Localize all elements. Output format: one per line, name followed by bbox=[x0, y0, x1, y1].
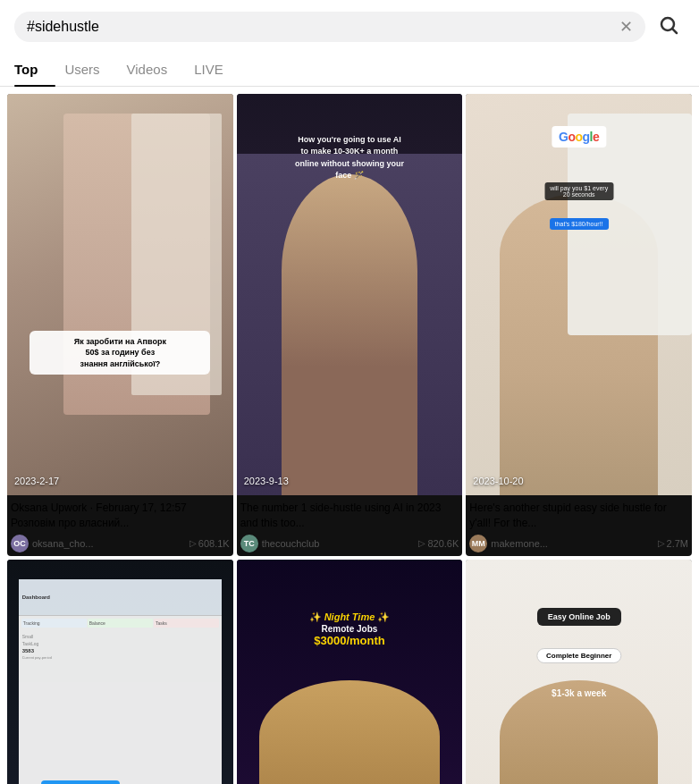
play-icon-2: ▷ bbox=[418, 538, 425, 548]
svg-line-1 bbox=[673, 30, 677, 33]
play-count-1: ▷ 608.1K bbox=[189, 538, 230, 549]
search-submit-button[interactable] bbox=[653, 9, 685, 44]
video-date-overlay-1: 2023-2-17 bbox=[7, 465, 233, 495]
username-2: thecouchclub bbox=[262, 538, 416, 549]
tab-top[interactable]: Top bbox=[14, 53, 55, 86]
video-date-overlay-3: 2023-10-20 bbox=[466, 465, 692, 495]
search-input-wrapper: ✕ bbox=[14, 12, 645, 42]
google-badge2: that's $180/hour!! bbox=[550, 218, 609, 230]
play-count-3: ▷ 2.7M bbox=[658, 538, 688, 549]
tab-users[interactable]: Users bbox=[64, 53, 117, 86]
google-logo: Google bbox=[552, 126, 606, 148]
tab-live[interactable]: LIVE bbox=[194, 53, 241, 86]
video-info-2: The number 1 side-hustle using AI in 202… bbox=[237, 495, 463, 556]
card1-text-overlay: Як заробити на Апворк50$ за годину беззн… bbox=[29, 331, 210, 375]
video-grid: Як заробити на Апворк50$ за годину беззн… bbox=[0, 87, 699, 784]
video-meta-3: MM makemone... ▷ 2.7M bbox=[469, 535, 688, 552]
username-1: oksana_cho... bbox=[32, 538, 186, 549]
avatar-1: OC bbox=[11, 535, 29, 552]
card2-text-overlay: How you're going to use AIto make 10-30K… bbox=[295, 134, 404, 182]
dollar-text-overlay: $1-3k a week bbox=[552, 688, 606, 698]
video-thumb-5: t ✨ Night Time ✨ Remote Jobs $3000/month… bbox=[237, 560, 463, 784]
video-title-1: Oksana Upwork · February 17, 12:57 Розпо… bbox=[11, 501, 230, 531]
video-meta-2: TC thecouchclub ▷ 820.6K bbox=[240, 535, 459, 552]
google-badge1: will pay you $1 every20 seconds bbox=[544, 182, 613, 200]
play-count-2: ▷ 820.6K bbox=[418, 538, 459, 549]
tabs-bar: Top Users Videos LIVE bbox=[0, 53, 699, 87]
wfh-badge: WFH Side Hustle bbox=[41, 780, 120, 784]
search-icon bbox=[658, 14, 679, 36]
tab-videos[interactable]: Videos bbox=[127, 53, 186, 86]
video-thumb-1: Як заробити на Апворк50$ за годину беззн… bbox=[7, 94, 233, 495]
play-icon-1: ▷ bbox=[189, 538, 197, 548]
video-thumb-2: How you're going to use AIto make 10-30K… bbox=[237, 94, 463, 495]
video-info-3: Here's another stupid easy side hustle f… bbox=[466, 495, 692, 556]
video-info-1: Oksana Upwork · February 17, 12:57 Розпо… bbox=[7, 495, 233, 556]
video-thumb-6: Easy Online Job Complete Beginner $1-3k … bbox=[466, 560, 692, 784]
video-card-1[interactable]: Як заробити на Апворк50$ за годину беззн… bbox=[7, 94, 233, 556]
video-title-2: The number 1 side-hustle using AI in 202… bbox=[240, 501, 459, 531]
avatar-2: TC bbox=[240, 535, 258, 552]
video-meta-1: OC oksana_cho... ▷ 608.1K bbox=[11, 535, 230, 552]
video-date-overlay-2: 2023-9-13 bbox=[237, 465, 463, 495]
video-thumb-3: Google will pay you $1 every20 seconds t… bbox=[466, 94, 692, 495]
video-card-6[interactable]: Easy Online Job Complete Beginner $1-3k … bbox=[466, 560, 692, 784]
search-input[interactable] bbox=[27, 19, 612, 35]
video-card-4[interactable]: Dashboard Tracking Balance Tasks Small T… bbox=[7, 560, 233, 784]
search-bar: ✕ bbox=[0, 0, 699, 53]
video-title-3: Here's another stupid easy side hustle f… bbox=[469, 501, 688, 531]
video-card-2[interactable]: How you're going to use AIto make 10-30K… bbox=[237, 94, 463, 556]
play-icon-3: ▷ bbox=[658, 538, 665, 548]
complete-beginner-badge: Complete Beginner bbox=[536, 648, 621, 663]
video-card-3[interactable]: Google will pay you $1 every20 seconds t… bbox=[466, 94, 692, 556]
night-title-overlay: ✨ Night Time ✨ Remote Jobs $3000/month bbox=[309, 608, 391, 647]
easy-job-banner: Easy Online Job bbox=[537, 608, 621, 626]
clear-search-button[interactable]: ✕ bbox=[619, 19, 633, 35]
username-3: makemone... bbox=[491, 538, 653, 549]
video-thumb-4: Dashboard Tracking Balance Tasks Small T… bbox=[7, 560, 233, 784]
clear-icon: ✕ bbox=[619, 18, 633, 36]
video-card-5[interactable]: t ✨ Night Time ✨ Remote Jobs $3000/month… bbox=[237, 560, 463, 784]
avatar-3: MM bbox=[469, 535, 487, 552]
